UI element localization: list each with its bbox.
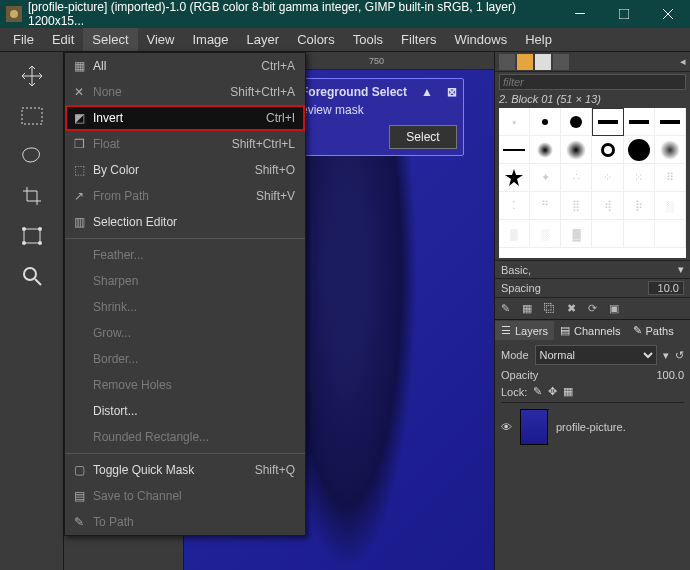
collapse-icon[interactable]: ▲ [421,85,433,99]
menu-item-border: Border... [65,346,305,372]
tab-history[interactable] [553,54,569,70]
mode-select[interactable]: Normal [535,345,657,365]
free-select-tool[interactable] [8,138,56,174]
menu-filters[interactable]: Filters [392,28,445,51]
menu-item-label: Invert [93,111,123,125]
tab-menu-icon[interactable]: ◂ [680,55,690,68]
select-button[interactable]: Select [389,125,457,149]
basic-label: Basic, [501,264,531,276]
menu-item-shortcut: Shift+O [255,163,295,177]
window-title: [profile-picture] (imported)-1.0 (RGB co… [28,0,558,28]
svg-line-13 [35,279,41,285]
visibility-icon[interactable]: 👁 [501,421,512,433]
paths-icon: ✎ [633,324,642,337]
svg-point-11 [38,241,42,245]
fg-select-hint: eview mask [301,103,457,117]
savech-icon: ▤ [71,488,87,504]
menu-item-shortcut: Shift+Q [255,463,295,477]
menu-item-toggle-quick-mask[interactable]: ▢Toggle Quick MaskShift+Q [65,457,305,483]
menu-item-label: Rounded Rectangle... [93,430,209,444]
menu-item-shortcut: Ctrl+A [261,59,295,73]
layer-row[interactable]: 👁 profile-picture. [501,402,684,451]
minimize-button[interactable] [558,0,602,28]
menu-item-label: Grow... [93,326,131,340]
edit-brush-icon[interactable]: ✎ [501,302,510,315]
tab-channels[interactable]: ▤Channels [554,321,626,340]
layer-name[interactable]: profile-picture. [556,421,626,433]
select-menu-dropdown: ▦AllCtrl+A✕NoneShift+Ctrl+A◩InvertCtrl+I… [64,52,306,536]
lock-pixels-icon[interactable]: ✎ [533,385,542,398]
fg-select-title: Foreground Select [301,85,407,99]
tab-brushes[interactable] [499,54,515,70]
app-icon [6,6,22,22]
transform-tool[interactable] [8,218,56,254]
fg-select-popup: Foreground Select ▲ ⊠ eview mask Select [294,78,464,156]
new-brush-icon[interactable]: ▦ [522,302,532,315]
menu-item-shortcut: Shift+Ctrl+L [232,137,295,151]
menu-item-label: To Path [93,515,134,529]
menu-edit[interactable]: Edit [43,28,83,51]
menu-help[interactable]: Help [516,28,561,51]
layer-thumbnail [520,409,548,445]
crop-tool[interactable] [8,178,56,214]
menu-item-shortcut: Ctrl+I [266,111,295,125]
zoom-tool[interactable] [8,258,56,294]
lock-position-icon[interactable]: ✥ [548,385,557,398]
menu-item-sharpen: Sharpen [65,268,305,294]
opacity-label: Opacity [501,369,650,381]
toolbox [0,52,64,570]
opacity-value[interactable]: 100.0 [656,369,684,381]
reset-icon[interactable]: ↺ [675,349,684,362]
lock-alpha-icon[interactable]: ▦ [563,385,573,398]
menu-item-by-color[interactable]: ⬚By ColorShift+O [65,157,305,183]
menu-item-label: Float [93,137,120,151]
chevron-down-icon[interactable]: ▾ [663,349,669,362]
move-tool[interactable] [8,58,56,94]
menu-select[interactable]: Select [83,28,137,51]
spacing-value[interactable]: 10.0 [648,281,684,295]
blank-icon [71,377,87,393]
menu-layer[interactable]: Layer [238,28,289,51]
menu-file[interactable]: File [4,28,43,51]
tab-fonts[interactable] [535,54,551,70]
close-icon[interactable]: ⊠ [447,85,457,99]
menu-view[interactable]: View [138,28,184,51]
menu-item-selection-editor[interactable]: ▥Selection Editor [65,209,305,235]
svg-point-10 [22,241,26,245]
brush-grid[interactable]: • ✦∴⁘⁙⠿ ⁚⠛⣿⢾⡷░ ▒░▓ [499,108,686,258]
refresh-brush-icon[interactable]: ⟳ [588,302,597,315]
menu-windows[interactable]: Windows [445,28,516,51]
menu-item-all[interactable]: ▦AllCtrl+A [65,53,305,79]
menu-colors[interactable]: Colors [288,28,344,51]
close-button[interactable] [646,0,690,28]
blank-icon [71,351,87,367]
float-icon: ❒ [71,136,87,152]
open-brush-icon[interactable]: ▣ [609,302,619,315]
menu-item-label: Distort... [93,404,138,418]
svg-point-8 [22,227,26,231]
tab-paths[interactable]: ✎Paths [627,321,680,340]
menu-image[interactable]: Image [183,28,237,51]
tab-patterns[interactable] [517,54,533,70]
blank-icon [71,429,87,445]
delete-brush-icon[interactable]: ✖ [567,302,576,315]
menu-item-invert[interactable]: ◩InvertCtrl+I [65,105,305,131]
menu-item-label: Feather... [93,248,144,262]
menu-item-save-to-channel: ▤Save to Channel [65,483,305,509]
menu-tools[interactable]: Tools [344,28,392,51]
menu-item-distort[interactable]: Distort... [65,398,305,424]
tab-layers[interactable]: ☰Layers [495,321,554,340]
layers-icon: ☰ [501,324,511,337]
maximize-button[interactable] [602,0,646,28]
brush-filter-input[interactable] [499,74,686,90]
dropdown-icon[interactable]: ▾ [678,263,684,276]
svg-rect-6 [22,108,42,124]
seleditor-icon: ▥ [71,214,87,230]
menu-item-none: ✕NoneShift+Ctrl+A [65,79,305,105]
menu-item-float: ❒FloatShift+Ctrl+L [65,131,305,157]
rect-select-tool[interactable] [8,98,56,134]
duplicate-brush-icon[interactable]: ⿻ [544,302,555,315]
menu-item-label: Sharpen [93,274,138,288]
topath-icon: ✎ [71,514,87,530]
menu-item-rounded-rectangle: Rounded Rectangle... [65,424,305,450]
